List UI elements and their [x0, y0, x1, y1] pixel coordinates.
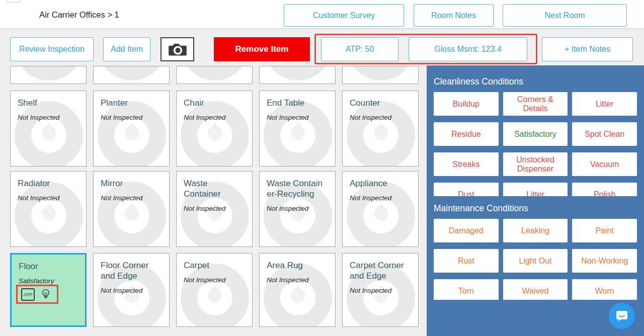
water-drop-watermark-icon: [98, 101, 166, 166]
item-card-mirror[interactable]: MirrorNot Inspected: [93, 171, 170, 247]
item-card-planter[interactable]: PlanterNot Inspected: [93, 91, 170, 166]
item-card-appliance[interactable]: ApplianceNot Inspected: [342, 171, 419, 247]
item-card-waste-contain-er-recycling[interactable]: Waste Contain er-RecyclingNot Inspected: [259, 171, 336, 247]
condition-button-litter[interactable]: Litter: [572, 92, 637, 116]
cleanliness-conditions-grid: BuildupCorners & DetailsLitterResidueSat…: [434, 92, 637, 196]
condition-button-residue[interactable]: Residue: [434, 122, 499, 146]
item-card-chair[interactable]: ChairNot Inspected: [176, 91, 253, 166]
condition-button-torn[interactable]: Torn: [434, 279, 499, 300]
item-card-shelf[interactable]: ShelfNot Inspected: [10, 91, 87, 166]
item-status: Not Inspected: [350, 114, 411, 121]
condition-button-litter[interactable]: Litter: [503, 183, 568, 196]
item-card-area-rug[interactable]: Area RugNot Inspected: [259, 253, 336, 327]
item-title: Shelf: [18, 98, 79, 108]
inspection-toolbar: Review Inspection Add Item Remove Item A…: [0, 30, 644, 65]
item-title: Mirror: [101, 178, 162, 189]
water-drop-watermark-icon: [264, 101, 332, 166]
item-card-partial[interactable]: [10, 66, 87, 84]
chat-bubble-icon: [615, 309, 629, 323]
conditions-sidebar: Cleanliness Conditions BuildupCorners & …: [427, 65, 644, 336]
water-drop-watermark-icon: [181, 264, 249, 327]
remove-item-button[interactable]: Remove Item: [214, 37, 310, 61]
item-title: Waste Container: [184, 178, 245, 199]
water-drop-watermark-icon: [98, 66, 166, 80]
item-status: Not Inspected: [18, 194, 79, 202]
condition-button-worn[interactable]: Worn: [572, 279, 637, 300]
review-inspection-button[interactable]: Review Inspection: [10, 37, 94, 61]
water-drop-watermark-icon: [347, 66, 415, 80]
condition-button-satisfactory[interactable]: Satisfactory: [503, 122, 568, 146]
condition-button-damaged[interactable]: Damaged: [434, 219, 499, 242]
item-card-partial[interactable]: [342, 66, 419, 84]
item-status: Not Inspected: [18, 114, 79, 121]
condition-button-spot-clean[interactable]: Spot Clean: [572, 122, 637, 146]
room-notes-button[interactable]: Room Notes: [414, 4, 494, 27]
item-title: Counter: [350, 98, 411, 108]
gloss-bulb-icon: [41, 288, 50, 301]
condition-button-corners-details[interactable]: Corners & Details: [503, 92, 568, 116]
atp-gloss-annotation-box: ATP: [16, 285, 58, 304]
item-status: Not Inspected: [267, 114, 328, 121]
condition-button-vacuum[interactable]: Vacuum: [572, 152, 637, 176]
item-status: Not Inspected: [184, 276, 245, 284]
item-card-waste-container[interactable]: Waste ContainerNot Inspected: [176, 171, 253, 247]
item-card-counter[interactable]: CounterNot Inspected: [342, 91, 419, 166]
water-drop-watermark-icon: [98, 182, 166, 247]
item-status: Not Inspected: [184, 114, 245, 121]
condition-button-paint[interactable]: Paint: [572, 219, 637, 242]
condition-button-streaks[interactable]: Streaks: [434, 152, 499, 176]
item-card-partial[interactable]: [176, 66, 253, 84]
item-title: Chair: [184, 98, 245, 108]
condition-button-leaking[interactable]: Leaking: [503, 219, 568, 242]
condition-button-light-out[interactable]: Light Out: [503, 249, 568, 273]
item-status: Not Inspected: [101, 194, 162, 202]
maintenance-conditions-grid: DamagedLeakingPaintRustLight OutNon-Work…: [434, 219, 637, 300]
item-title: Planter: [101, 98, 162, 108]
water-drop-watermark-icon: [15, 101, 83, 166]
item-card-carpet[interactable]: CarpetNot Inspected: [176, 253, 253, 327]
item-title: Appliance: [350, 178, 411, 189]
condition-button-unstocked-dispenser[interactable]: Unstocked Dispenser: [503, 152, 568, 176]
maintenance-conditions-title: Maintenance Conditions: [434, 203, 528, 214]
camera-icon: [167, 41, 188, 57]
condition-button-rust[interactable]: Rust: [434, 249, 499, 273]
item-status: Not Inspected: [267, 276, 328, 284]
item-status: Not Inspected: [350, 194, 411, 202]
item-card-partial[interactable]: [93, 66, 170, 84]
item-card-radiator[interactable]: RadiatorNot Inspected: [10, 171, 87, 247]
breadcrumb: Air Carrier Offices > 1: [39, 10, 119, 20]
item-card-floor-corner-and-edge[interactable]: Floor Corner and EdgeNot Inspected: [93, 253, 170, 327]
item-card-end-table[interactable]: End TableNot Inspected: [259, 91, 336, 166]
item-card-carpet-corner-and-edge[interactable]: Carpet Corner and EdgeNot Inspected: [342, 253, 419, 327]
customer-survey-button[interactable]: Customer Survey: [284, 4, 404, 27]
atp-badge: ATP: [21, 288, 35, 301]
item-title: Waste Contain er-Recycling: [267, 178, 328, 199]
camera-button[interactable]: [160, 37, 194, 61]
top-edge-fragment: [7, 0, 21, 3]
condition-button-waived[interactable]: Waived: [503, 279, 568, 300]
add-item-button[interactable]: Add Item: [103, 37, 150, 61]
item-title: Floor Corner and Edge: [101, 260, 162, 281]
condition-button-polish[interactable]: Polish: [572, 183, 637, 196]
cleanliness-conditions-title: Cleanliness Conditions: [434, 76, 523, 87]
item-status: Not Inspected: [184, 205, 245, 212]
condition-button-dust[interactable]: Dust: [434, 183, 499, 196]
condition-button-buildup[interactable]: Buildup: [434, 92, 499, 116]
item-notes-button[interactable]: + Item Notes: [542, 37, 633, 61]
water-drop-watermark-icon: [15, 182, 83, 247]
item-grid: ShelfNot InspectedPlanterNot InspectedCh…: [0, 65, 427, 336]
water-drop-watermark-icon: [347, 101, 415, 166]
item-status: Not Inspected: [101, 114, 162, 121]
atp-reading-button[interactable]: ATP: 50: [321, 37, 398, 61]
item-status: Satisfactory: [19, 277, 78, 285]
condition-button-non-working[interactable]: Non-Working: [572, 249, 637, 273]
item-card-partial[interactable]: [259, 66, 336, 84]
water-drop-watermark-icon: [264, 66, 332, 80]
gloss-measurement-button[interactable]: Gloss Msmt: 123.4: [409, 37, 527, 61]
top-bar: Air Carrier Offices > 1 Customer Survey …: [0, 0, 644, 29]
next-room-button[interactable]: Next Room: [503, 4, 627, 27]
chat-launcher-button[interactable]: [609, 303, 635, 329]
item-status: Not Inspected: [101, 287, 162, 294]
item-card-floor[interactable]: FloorSatisfactoryATP: [10, 253, 87, 327]
water-drop-watermark-icon: [181, 101, 249, 166]
